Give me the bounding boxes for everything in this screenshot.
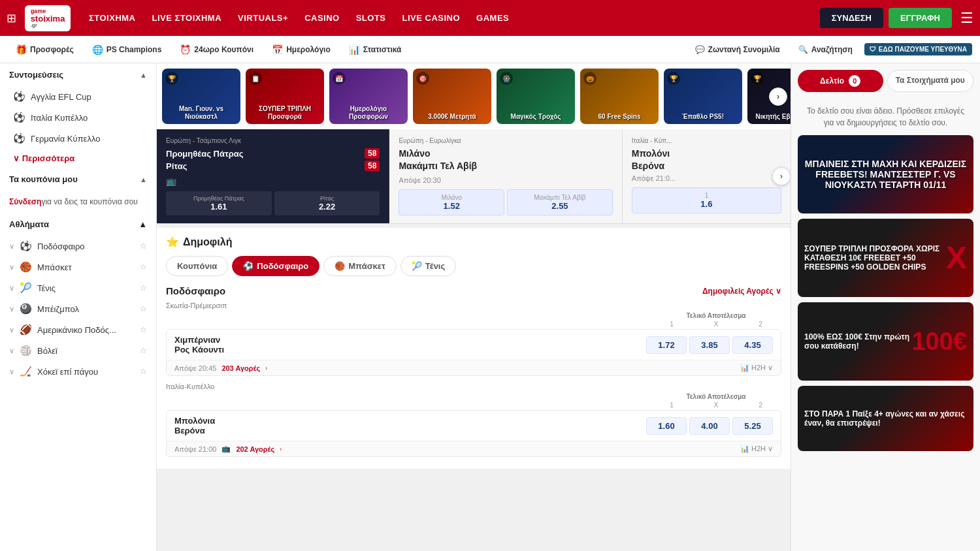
promo-card-5[interactable]: 🎃 60 Free Spins — [580, 69, 659, 124]
sport-american-football[interactable]: ∨ 🏈 Αμερικάνικο Ποδός... ☆ — [0, 319, 156, 340]
volleyball-fav-icon[interactable]: ☆ — [140, 346, 147, 355]
shortcut-germany-cup[interactable]: ⚽ Γερμανία Κύπελλο — [0, 128, 156, 149]
oddX-btn-0[interactable]: 3.85 — [689, 336, 730, 354]
right-promo-1[interactable]: ΣΟΥΠΕΡ ΤΡΙΠΛΗ ΠΡΟΣΦΟΡΑ ΧΩΡΙΣ ΚΑΤΑΘΕΣΗ 10… — [798, 219, 973, 297]
tab-tennis[interactable]: 🎾 Τένις — [400, 256, 456, 276]
sport-basketball[interactable]: ∨ 🏀 Μπάσκετ ☆ — [0, 257, 156, 277]
sec-nav-calendar[interactable]: 📅 Ημερολόγιο — [264, 41, 338, 58]
icehockey-fav-icon[interactable]: ☆ — [140, 367, 147, 376]
promo-card-4[interactable]: 🎡 Μαγικός Τροχός — [497, 69, 575, 124]
football-fav-icon[interactable]: ☆ — [140, 242, 147, 251]
nav-slots[interactable]: SLOTS — [350, 9, 393, 27]
sec-nav-24hr-coupon[interactable]: ⏰ 24ωρο Κουπόνι — [172, 41, 261, 58]
odd1-header-1: 1 — [652, 401, 691, 409]
tab-football[interactable]: ⚽ Ποδόσφαιρο — [232, 256, 319, 276]
market-arrow-1[interactable]: › — [280, 446, 282, 452]
match-team2-0: Ρίτας 58 — [166, 161, 380, 171]
live-chat-button[interactable]: 💬 Ζωντανή Συνομιλία — [689, 42, 787, 57]
sport-tennis[interactable]: ∨ 🎾 Τένις ☆ — [0, 277, 156, 298]
tab-coupons-label: Κουπόνια — [177, 261, 217, 271]
clock-icon: ⏰ — [180, 44, 191, 55]
right-promo-3[interactable]: ΣΤΟ ΠΑΡΑ 1 Παίξε 4+ αγώνες και αν χάσεις… — [798, 386, 973, 451]
sport-volleyball[interactable]: ∨ 🏐 Βόλεϊ ☆ — [0, 340, 156, 361]
register-button[interactable]: ΕΓΓΡΑΦΗ — [889, 8, 952, 28]
nav-games[interactable]: GAMES — [470, 9, 515, 27]
hamburger-icon[interactable]: ☰ — [960, 10, 973, 27]
match-markets-count-1[interactable]: 202 Αγορές — [236, 445, 274, 453]
nav-live-casino[interactable]: LIVE CASINO — [396, 9, 467, 27]
popular-markets-button[interactable]: Δημοφιλείς Αγορές ∨ — [702, 287, 781, 296]
sports-section-header[interactable]: Αθλήματα ▲ — [0, 213, 156, 236]
promo-card-6[interactable]: 🏆 Έπαθλο PS5! — [664, 69, 742, 124]
promo-card-1[interactable]: 📋 ΣΟΥΠΕΡ ΤΡΙΠΛΗ Προσφορά — [246, 69, 324, 124]
betslip-tab-active[interactable]: Δελτίο 0 — [798, 70, 883, 92]
popular-section: ⭐ Δημοφιλή Κουπόνια ⚽ Ποδόσφαιρο 🏀 Μπάσκ… — [157, 228, 791, 469]
sec-nav-ps-champions[interactable]: 🌐 PS Champions — [84, 41, 170, 58]
odd1-btn-0[interactable]: 1.72 — [646, 336, 687, 354]
promo-label-5: 60 Free Spins — [598, 113, 640, 121]
promo-strip-next-arrow[interactable]: › — [769, 87, 787, 106]
match-cards-next-arrow[interactable]: › — [772, 167, 791, 185]
odd2-btn-1[interactable]: 5.25 — [732, 417, 773, 435]
tab-football-label: Ποδόσφαιρο — [257, 261, 308, 271]
coupons-section-header[interactable]: Τα κουπόνια μου ▲ — [0, 168, 156, 191]
nav-virtuals[interactable]: VIRTUALS+ — [231, 9, 295, 27]
grid-icon[interactable]: ⊞ — [7, 11, 16, 25]
oddX-btn-1[interactable]: 4.00 — [689, 417, 730, 435]
tennis-fav-icon[interactable]: ☆ — [140, 283, 147, 292]
sec-nav-offers[interactable]: 🎁 Προσφορές — [8, 41, 82, 58]
basketball-fav-icon[interactable]: ☆ — [140, 262, 147, 272]
sec-nav-offers-label: Προσφορές — [30, 45, 74, 54]
tab-basketball[interactable]: 🏀 Μπάσκετ — [323, 256, 397, 276]
sec-nav-stats[interactable]: 📊 Στατιστικά — [341, 41, 410, 58]
logo[interactable]: game stoixima .gr — [25, 5, 71, 31]
search-button[interactable]: 🔍 Αναζήτηση — [792, 42, 859, 57]
sport-football[interactable]: ∨ ⚽ Ποδόσφαιρο ☆ — [0, 236, 156, 257]
tab-football-icon: ⚽ — [243, 261, 253, 271]
match-time-label-0: Απόψε 20:45 — [174, 364, 216, 372]
amfootball-fav-icon[interactable]: ☆ — [140, 325, 147, 334]
shortcut-italy-cup[interactable]: ⚽ Ιταλία Κυπέλλο — [0, 107, 156, 128]
h2h-btn-0[interactable]: 📊 H2H ∨ — [740, 364, 773, 372]
odd2-btn-0[interactable]: 4.35 — [732, 336, 773, 354]
my-bets-tab[interactable]: Τα Στοιχήματά μου — [887, 70, 974, 92]
team1-label-1: Μπολόνια — [174, 416, 641, 426]
odd-btn-2[interactable]: 1 1.6 — [632, 187, 781, 213]
more-shortcuts-button[interactable]: ∨ Περισσότερα — [0, 149, 156, 168]
odd-btn-team2-0[interactable]: Ρίτας 2.22 — [274, 191, 380, 215]
content-area: 🏆 Man. Γιουν. vs Νιούκαστλ 📋 ΣΟΥΠΕΡ ΤΡΙΠ… — [157, 63, 791, 551]
betslip-tab-label: Δελτίο — [820, 76, 844, 86]
h2h-btn-1[interactable]: 📊 H2H ∨ — [740, 445, 773, 453]
nav-casino[interactable]: CASINO — [298, 9, 346, 27]
league-label-1: Ιταλία-Κυπέλλο — [166, 380, 781, 393]
right-promo-2[interactable]: 100% ΕΩΣ 100€ Στην πρώτη σου κατάθεση! 1… — [798, 302, 973, 381]
odd-val1-1: 1.52 — [444, 201, 460, 211]
odd-btn-team1-0[interactable]: Προμηθέας Πάτρας 1.61 — [166, 191, 272, 215]
live-icon-0: 📺 — [166, 176, 380, 186]
market-arrow-0[interactable]: › — [265, 365, 267, 371]
promo-card-2[interactable]: 📅 Ημερολόγιο Προσφορών — [329, 69, 408, 124]
nav-stoixima[interactable]: ΣΤΟΙΧΗΜΑ — [82, 9, 142, 27]
sport-ice-hockey[interactable]: ∨ 🏒 Χόκεϊ επί πάγου ☆ — [0, 361, 156, 382]
soccer-icon: ⚽ — [13, 91, 25, 102]
sport-chevron-icon-2: ∨ — [9, 263, 14, 272]
match-markets-count-0[interactable]: 203 Αγορές — [221, 364, 260, 372]
sport-football-label: Ποδόσφαιρο — [37, 242, 85, 251]
sport-baseball[interactable]: ∨ 🎱 Μπέιζμπολ ☆ — [0, 298, 156, 319]
chat-label: Ζωντανή Συνομιλία — [708, 45, 780, 54]
shortcuts-section-header[interactable]: Συντομεύσεις ▲ — [0, 63, 156, 86]
nav-live-stoixima[interactable]: LIVE ΣΤΟΙΧΗΜΑ — [146, 9, 229, 27]
responsible-gaming-badge[interactable]: 🛡 ΕΔΩ ΠΑΙΖΟΥΜΕ ΥΠΕΥΘΥΝΑ — [864, 43, 972, 55]
promo-card-3[interactable]: 🎯 3.000€ Μετρητά — [413, 69, 491, 124]
signin-button[interactable]: ΣΥΝΔΕΣΗ — [820, 8, 883, 28]
promo-card-0[interactable]: 🏆 Man. Γιουν. vs Νιούκαστλ — [162, 69, 240, 124]
odd1-btn-1[interactable]: 1.60 — [646, 417, 687, 435]
soccer-icon-2: ⚽ — [13, 112, 25, 123]
shortcut-efl-cup[interactable]: ⚽ Αγγλία EFL Cup — [0, 86, 156, 107]
right-promo-0[interactable]: ΜΠΑΙΝΕΙΣ ΣΤΗ ΜΑΧΗ ΚΑΙ ΚΕΡΔΙΖΕΙΣ FREEBETS… — [798, 135, 973, 213]
odd-btn-team1-1[interactable]: Μιλάνο 1.52 — [399, 189, 504, 215]
coupons-signin-link[interactable]: Σύνδεση — [9, 197, 41, 206]
baseball-fav-icon[interactable]: ☆ — [140, 304, 147, 313]
odd-btn-team2-1[interactable]: Μακάμπι Τελ Αβίβ 2.55 — [507, 189, 613, 215]
tab-coupons[interactable]: Κουπόνια — [166, 256, 228, 276]
